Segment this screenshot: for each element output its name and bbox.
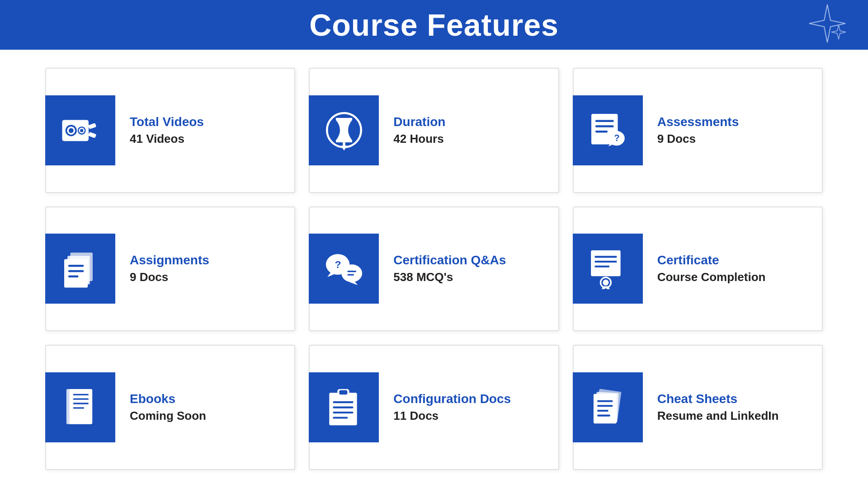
assessments-label: Assessments [657,115,739,129]
svg-rect-8 [88,132,96,138]
svg-point-25 [341,264,362,282]
svg-rect-55 [597,414,610,416]
certification-qas-label: Certification Q&As [393,253,506,267]
svg-rect-22 [68,275,79,277]
ebooks-text: Ebooks Coming Soon [130,392,206,423]
svg-rect-19 [64,259,88,287]
svg-rect-52 [597,400,613,402]
total-videos-label: Total Videos [130,115,204,129]
video-camera-icon [45,95,115,165]
chat-question-icon: ? [309,234,379,304]
configuration-docs-value: 11 Docs [393,409,511,423]
hourglass-icon [309,95,379,165]
svg-rect-21 [68,270,84,272]
svg-rect-10 [343,142,345,147]
assignments-value: 9 Docs [130,270,209,284]
cheat-sheets-label: Cheat Sheets [657,392,779,406]
svg-rect-46 [333,406,353,408]
svg-rect-7 [88,123,96,129]
papers-icon [573,372,643,442]
svg-rect-31 [595,266,610,267]
configuration-docs-label: Configuration Docs [393,392,511,406]
header-title: Course Features [309,7,559,42]
sparkle-decoration [769,0,850,50]
certificate-value: Course Completion [657,270,766,284]
svg-rect-28 [591,250,620,276]
certificate-label: Certificate [657,253,766,267]
svg-rect-38 [73,398,88,399]
header: Course Features [0,0,868,50]
assessments-text: Assessments 9 Docs [657,115,739,146]
duration-label: Duration [393,115,445,129]
certification-qas-text: Certification Q&As 538 MCQ's [393,253,506,284]
svg-rect-45 [333,401,353,403]
svg-rect-42 [329,393,357,425]
assessments-value: 9 Docs [657,132,739,146]
svg-rect-12 [595,120,614,122]
svg-rect-14 [595,131,608,133]
feature-card-ebooks: Ebooks Coming Soon [45,345,295,470]
svg-rect-29 [595,256,617,258]
feature-card-configuration-docs: Configuration Docs 11 Docs [309,345,559,470]
feature-card-total-videos: Total Videos 41 Videos [45,68,295,193]
cheat-sheets-value: Resume and LinkedIn [657,409,779,423]
certificate-text: Certificate Course Completion [657,253,766,284]
assignments-label: Assignments [130,253,209,267]
feature-card-assessments: ? Assessments 9 Docs [573,68,823,193]
feature-card-certification-qas: ? Certification Q&As 538 MCQ's [309,206,559,332]
certificate-icon [573,234,643,304]
cheat-sheets-text: Cheat Sheets Resume and LinkedIn [657,392,779,423]
svg-point-6 [80,129,83,132]
svg-rect-47 [333,412,353,413]
document-icon [45,234,115,304]
ebooks-label: Ebooks [130,392,206,406]
svg-rect-53 [597,405,613,407]
svg-rect-39 [73,403,88,404]
svg-text:?: ? [335,258,341,270]
configuration-docs-text: Configuration Docs 11 Docs [393,392,511,423]
svg-rect-51 [594,394,617,423]
feature-card-duration: Duration 42 Hours [309,68,559,193]
duration-value: 42 Hours [393,132,445,146]
svg-rect-26 [347,271,356,272]
book-icon [45,372,115,442]
svg-point-34 [603,280,609,286]
svg-rect-48 [333,417,348,418]
assignments-text: Assignments 9 Docs [130,253,209,284]
svg-rect-37 [73,394,88,395]
clipboard-icon [309,372,379,442]
feature-card-assignments: Assignments 9 Docs [45,206,295,332]
svg-rect-20 [68,265,84,267]
svg-rect-41 [70,389,91,390]
ebooks-value: Coming Soon [130,409,206,423]
total-videos-text: Total Videos 41 Videos [130,115,204,146]
certification-qas-value: 538 MCQ's [393,270,506,284]
main-content: Total Videos 41 Videos Duration 42 Hours [0,50,868,488]
feature-card-cheat-sheets: Cheat Sheets Resume and LinkedIn [573,345,823,470]
assessment-icon: ? [573,95,643,165]
svg-rect-30 [595,261,617,263]
duration-text: Duration 42 Hours [393,115,445,146]
svg-rect-40 [73,407,84,408]
svg-rect-36 [66,389,71,424]
feature-card-certificate: Certificate Course Completion [573,206,823,332]
svg-rect-13 [595,126,614,128]
svg-rect-27 [347,274,354,275]
svg-text:?: ? [614,133,620,143]
svg-rect-54 [597,410,609,412]
svg-point-3 [68,128,73,133]
total-videos-value: 41 Videos [130,132,204,146]
svg-rect-44 [339,390,347,394]
